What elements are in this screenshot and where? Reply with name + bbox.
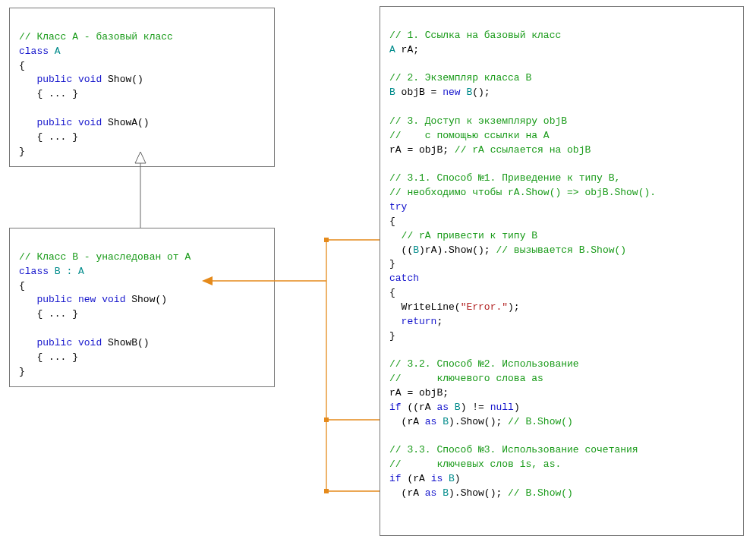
code-comment: // rA ссылается на objB: [455, 144, 591, 156]
code-keyword: if: [389, 473, 402, 484]
code-keyword: void: [72, 117, 102, 128]
code-keyword: void: [96, 294, 125, 305]
code-type: B :: [49, 266, 78, 277]
code-keyword: if: [389, 402, 402, 413]
code-text: Show(): [102, 74, 143, 85]
code-text: WriteLine(: [389, 301, 461, 313]
code-text: ((rA: [402, 402, 437, 413]
code-text: ): [514, 402, 520, 413]
code-text: {: [19, 280, 25, 291]
code-type: B: [436, 416, 449, 427]
code-keyword: void: [72, 74, 102, 85]
code-comment: // 3.1. Способ №1. Приведение к типу B,: [389, 172, 620, 184]
code-comment: // Класс A - базовый класс: [19, 31, 173, 43]
code-text: { ... }: [19, 131, 78, 143]
code-keyword: public: [19, 294, 72, 305]
code-text: }: [19, 366, 25, 377]
code-keyword: class: [19, 266, 49, 277]
code-type: B: [436, 487, 449, 499]
code-comment: // с помощью ссылки на A: [389, 130, 550, 141]
code-keyword: is: [431, 473, 443, 484]
code-text: }: [19, 146, 25, 157]
code-text: ;: [436, 316, 443, 327]
code-text: ShowA(): [102, 117, 149, 128]
code-text: objB =: [395, 87, 443, 98]
code-keyword: public: [19, 74, 72, 85]
code-keyword: null: [490, 402, 514, 413]
code-text: ();: [472, 87, 490, 98]
code-text: rA;: [395, 44, 419, 55]
code-keyword: return: [389, 316, 436, 327]
code-text: ShowB(): [102, 337, 149, 348]
code-type: A: [78, 266, 84, 277]
code-comment: // ключевых слов is, as.: [389, 458, 561, 470]
code-type: B: [449, 402, 461, 413]
code-text: ) !=: [461, 402, 490, 413]
code-text: { ... }: [19, 351, 78, 363]
code-comment: // 1. Ссылка на базовый класс: [389, 30, 561, 41]
code-text: ).Show();: [449, 416, 508, 427]
code-comment: // ключевого слова as: [389, 373, 543, 384]
code-keyword: as: [436, 402, 449, 413]
code-comment: // 3. Доступ к экземпляру objB: [389, 115, 567, 127]
code-comment: // B.Show(): [508, 416, 573, 427]
code-text: { ... }: [19, 88, 78, 99]
code-text: (rA: [389, 416, 425, 427]
svg-rect-9: [324, 418, 329, 422]
code-type: B: [461, 87, 473, 98]
code-text: );: [508, 301, 520, 313]
class-b-box: // Класс B - унаследован от A class B : …: [9, 228, 275, 387]
code-text: ).Show();: [449, 487, 508, 499]
code-text: rA = objB;: [389, 387, 449, 399]
code-comment: // 3.2. Способ №2. Использование: [389, 358, 579, 370]
code-comment: // 2. Экземпляр класса B: [389, 72, 531, 84]
code-comment: // rA привести к типу B: [389, 230, 537, 241]
code-keyword: void: [72, 337, 102, 348]
code-text: }: [389, 258, 395, 269]
code-keyword: new: [72, 294, 96, 305]
code-text: {: [389, 216, 395, 227]
code-text: ((: [389, 244, 413, 256]
code-keyword: public: [19, 117, 72, 128]
code-type: B: [443, 473, 455, 484]
code-type: A: [49, 46, 61, 57]
svg-rect-10: [324, 489, 329, 493]
code-type: B: [413, 244, 419, 256]
code-text: (rA: [402, 473, 431, 484]
code-type: A: [389, 44, 395, 55]
code-text: Show(): [125, 294, 167, 305]
code-text: ): [455, 473, 461, 484]
code-keyword: catch: [389, 273, 419, 284]
code-comment: // B.Show(): [508, 487, 573, 499]
code-keyword: try: [389, 201, 407, 213]
code-usage-box: // 1. Ссылка на базовый класс A rA; // 2…: [380, 6, 744, 536]
code-text: {: [19, 60, 25, 71]
code-text: (rA: [389, 487, 425, 499]
code-keyword: class: [19, 46, 49, 57]
code-text: rA = objB;: [389, 144, 455, 156]
svg-rect-8: [324, 238, 329, 242]
code-text: {: [389, 287, 395, 298]
code-keyword: public: [19, 337, 72, 348]
code-comment: // Класс B - унаследован от A: [19, 251, 191, 263]
code-text: )rA).Show();: [419, 244, 496, 256]
code-type: B: [389, 87, 395, 98]
code-string: "Error.": [461, 301, 508, 313]
code-comment: // 3.3. Способ №3. Использование сочетан…: [389, 444, 638, 455]
code-comment: // необходимо чтобы rA.Show() => objB.Sh…: [389, 187, 656, 198]
code-text: }: [389, 330, 395, 342]
code-keyword: as: [425, 487, 437, 499]
code-keyword: as: [425, 416, 437, 427]
code-comment: // вызывается B.Show(): [496, 244, 626, 256]
code-keyword: new: [443, 87, 460, 98]
code-text: { ... }: [19, 308, 78, 320]
class-a-box: // Класс A - базовый класс class A { pub…: [9, 8, 275, 167]
